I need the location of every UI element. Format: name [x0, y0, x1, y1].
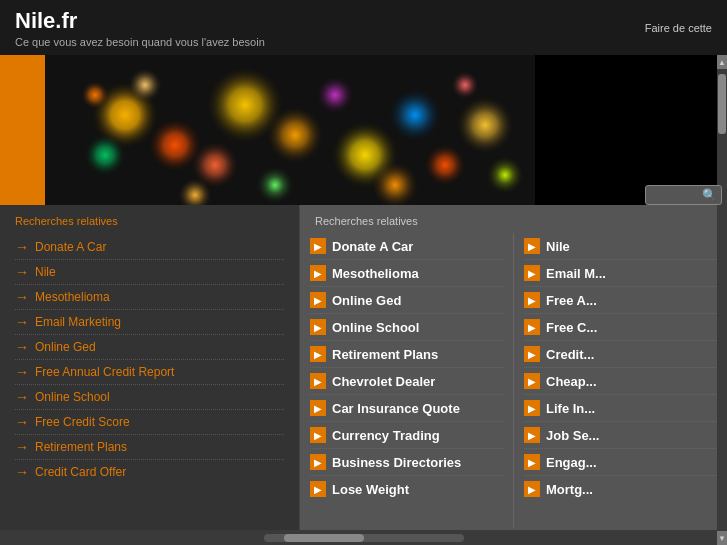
- panel-arrow-icon: ▶: [310, 373, 326, 389]
- panel-section-title: Recherches relatives: [300, 215, 727, 233]
- sidebar-item[interactable]: →Online School: [15, 385, 284, 410]
- scroll-thumb-vertical[interactable]: [718, 74, 726, 134]
- arrow-icon: →: [15, 464, 29, 480]
- arrow-icon: →: [15, 289, 29, 305]
- panel-arrow-icon: ▶: [524, 346, 540, 362]
- panel-columns: ▶Donate A Car▶Mesothelioma▶Online Ged▶On…: [300, 233, 727, 528]
- search-box-container[interactable]: 🔍: [645, 185, 722, 205]
- arrow-icon: →: [15, 389, 29, 405]
- sidebar-item[interactable]: →Online Ged: [15, 335, 284, 360]
- arrow-icon: →: [15, 339, 29, 355]
- panel-item[interactable]: ▶Retirement Plans: [310, 341, 503, 368]
- panel-item[interactable]: ▶Engag...: [524, 449, 717, 476]
- panel-item[interactable]: ▶Free C...: [524, 314, 717, 341]
- sidebar-item-label: Retirement Plans: [35, 440, 127, 454]
- site-info: Nile.fr Ce que vous avez besoin quand vo…: [15, 8, 265, 48]
- panel-item-label: Mesothelioma: [332, 266, 419, 281]
- header-image: 🔍: [0, 55, 727, 205]
- sidebar-item[interactable]: →Nile: [15, 260, 284, 285]
- panel-item-label: Nile: [546, 239, 570, 254]
- panel-item-label: Email M...: [546, 266, 606, 281]
- panel-item[interactable]: ▶Currency Trading: [310, 422, 503, 449]
- sidebar-item-label: Free Credit Score: [35, 415, 130, 429]
- arrow-icon: →: [15, 439, 29, 455]
- panel-arrow-icon: ▶: [524, 319, 540, 335]
- panel-item-label: Business Directories: [332, 455, 461, 470]
- panel-item[interactable]: ▶Mortg...: [524, 476, 717, 502]
- search-input[interactable]: [650, 189, 700, 201]
- panel-item-label: Engag...: [546, 455, 597, 470]
- bokeh-canvas: [45, 55, 535, 205]
- sidebar-item-label: Donate A Car: [35, 240, 106, 254]
- panel-item[interactable]: ▶Cheap...: [524, 368, 717, 395]
- panel-item[interactable]: ▶Free A...: [524, 287, 717, 314]
- panel-arrow-icon: ▶: [524, 400, 540, 416]
- site-tagline: Ce que vous avez besoin quand vous l'ave…: [15, 36, 265, 48]
- panel-item[interactable]: ▶Credit...: [524, 341, 717, 368]
- sidebar-item[interactable]: →Retirement Plans: [15, 435, 284, 460]
- panel-item[interactable]: ▶Lose Weight: [310, 476, 503, 502]
- scroll-up-button[interactable]: ▲: [717, 55, 727, 69]
- panel-arrow-icon: ▶: [524, 292, 540, 308]
- sidebar-section-title: Recherches relatives: [15, 215, 284, 227]
- panel-item[interactable]: ▶Donate A Car: [310, 233, 503, 260]
- bottom-scrollbar[interactable]: [0, 530, 727, 545]
- sidebar-item-label: Online Ged: [35, 340, 96, 354]
- site-title: Nile.fr: [15, 8, 265, 34]
- panel-item-label: Free C...: [546, 320, 597, 335]
- panel-item-label: Cheap...: [546, 374, 597, 389]
- sidebar-item-label: Credit Card Offer: [35, 465, 126, 479]
- panel-item[interactable]: ▶Job Se...: [524, 422, 717, 449]
- arrow-icon: →: [15, 364, 29, 380]
- panel-arrow-icon: ▶: [310, 427, 326, 443]
- sidebar-item[interactable]: →Donate A Car: [15, 235, 284, 260]
- panel-item-label: Online School: [332, 320, 419, 335]
- panel-item[interactable]: ▶Chevrolet Dealer: [310, 368, 503, 395]
- panel-item[interactable]: ▶Car Insurance Quote: [310, 395, 503, 422]
- scrollbar-track: [264, 534, 464, 542]
- sidebar-item[interactable]: →Email Marketing: [15, 310, 284, 335]
- panel-arrow-icon: ▶: [524, 238, 540, 254]
- top-right-text: Faire de cette: [645, 22, 712, 34]
- sidebar-item[interactable]: →Free Annual Credit Report: [15, 360, 284, 385]
- panel-arrow-icon: ▶: [310, 454, 326, 470]
- panel-col2: ▶Nile▶Email M...▶Free A...▶Free C...▶Cre…: [514, 233, 727, 528]
- panel-item[interactable]: ▶Nile: [524, 233, 717, 260]
- right-scrollbar: ▲ ▼: [717, 55, 727, 545]
- panel-arrow-icon: ▶: [524, 265, 540, 281]
- sidebar-items: →Donate A Car→Nile→Mesothelioma→Email Ma…: [15, 235, 284, 484]
- panel-arrow-icon: ▶: [524, 454, 540, 470]
- panel-item[interactable]: ▶Mesothelioma: [310, 260, 503, 287]
- panel-item[interactable]: ▶Online School: [310, 314, 503, 341]
- sidebar-item-label: Email Marketing: [35, 315, 121, 329]
- panel-arrow-icon: ▶: [524, 373, 540, 389]
- panel-item-label: Car Insurance Quote: [332, 401, 460, 416]
- sidebar-item-label: Mesothelioma: [35, 290, 110, 304]
- header-orange-bar: [0, 55, 45, 205]
- panel-col1: ▶Donate A Car▶Mesothelioma▶Online Ged▶On…: [300, 233, 514, 528]
- scroll-down-button[interactable]: ▼: [717, 531, 727, 545]
- panel-item-label: Life In...: [546, 401, 595, 416]
- scrollbar-thumb[interactable]: [284, 534, 364, 542]
- panel-item-label: Currency Trading: [332, 428, 440, 443]
- search-icon[interactable]: 🔍: [702, 188, 717, 202]
- arrow-icon: →: [15, 239, 29, 255]
- panel-arrow-icon: ▶: [524, 427, 540, 443]
- panel-item-label: Chevrolet Dealer: [332, 374, 435, 389]
- panel-arrow-icon: ▶: [310, 319, 326, 335]
- panel-arrow-icon: ▶: [524, 481, 540, 497]
- sidebar-item-label: Online School: [35, 390, 110, 404]
- panel-item[interactable]: ▶Life In...: [524, 395, 717, 422]
- panel-item-label: Donate A Car: [332, 239, 413, 254]
- panel-item-label: Credit...: [546, 347, 594, 362]
- sidebar-item[interactable]: →Credit Card Offer: [15, 460, 284, 484]
- sidebar-item[interactable]: →Free Credit Score: [15, 410, 284, 435]
- panel-item[interactable]: ▶Online Ged: [310, 287, 503, 314]
- right-panel: Recherches relatives ▶Donate A Car▶Mesot…: [300, 205, 727, 545]
- sidebar-item[interactable]: →Mesothelioma: [15, 285, 284, 310]
- main-content: Recherches relatives →Donate A Car→Nile→…: [0, 205, 727, 545]
- panel-arrow-icon: ▶: [310, 481, 326, 497]
- panel-item[interactable]: ▶Email M...: [524, 260, 717, 287]
- panel-item-label: Mortg...: [546, 482, 593, 497]
- panel-item[interactable]: ▶Business Directories: [310, 449, 503, 476]
